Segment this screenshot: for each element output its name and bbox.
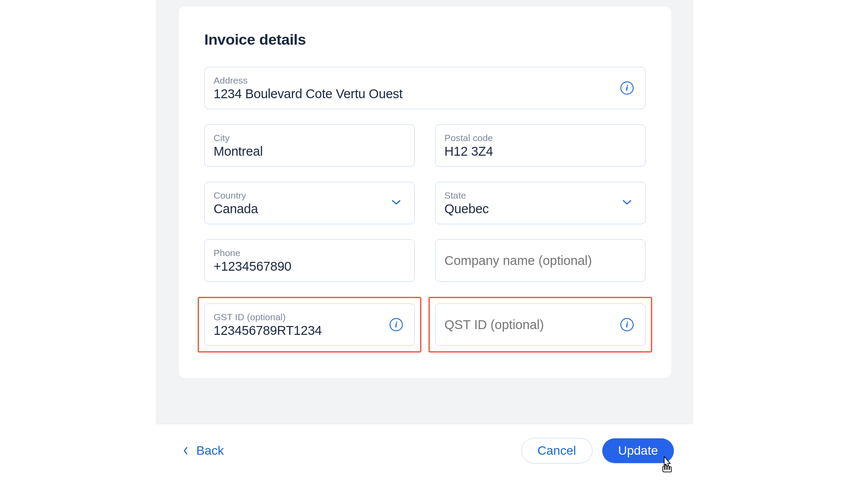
country-value: Canada	[214, 202, 405, 216]
qst-highlight: i	[428, 297, 652, 353]
cancel-button[interactable]: Cancel	[521, 438, 593, 464]
gst-input[interactable]	[214, 323, 405, 338]
postal-label: Postal code	[444, 133, 636, 143]
phone-field[interactable]: Phone	[204, 239, 415, 282]
state-select[interactable]: State Quebec	[435, 182, 646, 224]
info-icon[interactable]: i	[620, 318, 634, 331]
qst-field[interactable]: i	[435, 303, 646, 346]
info-icon[interactable]: i	[620, 81, 634, 95]
footer-bar: Back Cancel Update	[156, 424, 693, 477]
country-select[interactable]: Country Canada	[204, 182, 415, 224]
company-input[interactable]	[444, 253, 636, 268]
company-field[interactable]	[435, 239, 646, 282]
address-field[interactable]: Address i	[204, 67, 646, 109]
phone-label: Phone	[214, 248, 405, 258]
state-label: State	[444, 190, 636, 201]
back-label: Back	[196, 444, 224, 458]
city-input[interactable]	[214, 144, 405, 159]
chevron-down-icon	[391, 199, 401, 207]
postal-field[interactable]: Postal code	[435, 124, 646, 167]
phone-input[interactable]	[214, 259, 405, 274]
gst-label: GST ID (optional)	[214, 312, 405, 322]
gst-highlight: GST ID (optional) i	[198, 297, 421, 353]
back-link[interactable]: Back	[183, 444, 224, 458]
address-label: Address	[214, 75, 636, 86]
card-title: Invoice details	[204, 31, 646, 48]
city-field[interactable]: City	[204, 124, 415, 167]
city-label: City	[214, 133, 405, 143]
address-input[interactable]	[214, 87, 636, 101]
chevron-left-icon	[183, 446, 188, 455]
state-value: Quebec	[444, 202, 636, 216]
info-icon[interactable]: i	[390, 318, 403, 331]
gst-field[interactable]: GST ID (optional) i	[204, 303, 415, 346]
qst-input[interactable]	[444, 318, 636, 332]
invoice-details-card: Invoice details Address i City Postal co…	[179, 6, 671, 378]
postal-input[interactable]	[444, 144, 636, 159]
update-button[interactable]: Update	[602, 438, 674, 463]
country-label: Country	[214, 190, 405, 201]
chevron-down-icon	[622, 199, 632, 207]
